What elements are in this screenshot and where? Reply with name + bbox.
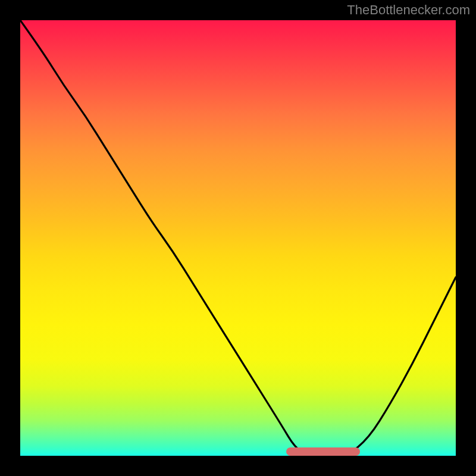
chart-plot-area — [20, 20, 456, 456]
attribution-text: TheBottlenecker.com — [347, 2, 470, 18]
optimal-range-marker — [286, 447, 360, 456]
bottleneck-curve — [20, 20, 456, 456]
